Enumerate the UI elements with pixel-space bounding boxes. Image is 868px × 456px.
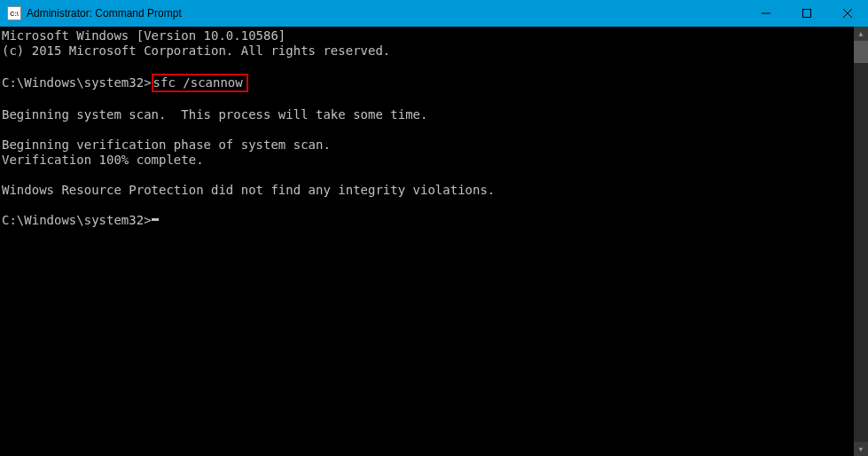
output-line: Microsoft Windows [Version 10.0.10586] [2,28,852,43]
blank-line [2,92,852,107]
maximize-button[interactable] [786,0,827,27]
scroll-down-button[interactable]: ▼ [854,442,868,456]
prompt-path: C:\Windows\system32> [2,213,152,228]
scroll-thumb[interactable] [854,41,868,63]
blank-line [2,122,852,138]
blank-line [2,168,852,183]
output-line: Beginning verification phase of system s… [2,138,852,153]
prompt-path: C:\Windows\system32> [2,75,152,90]
terminal-area: Microsoft Windows [Version 10.0.10586](c… [0,27,868,456]
close-icon [843,9,852,18]
prompt-line: C:\Windows\system32> [2,213,852,228]
window-title: Administrator: Command Prompt [27,7,746,20]
output-line: Beginning system scan. This process will… [2,107,852,122]
typed-command: sfc /scannow [153,75,243,90]
maximize-icon [802,9,811,18]
cmd-icon [7,6,21,20]
blank-line [2,59,852,74]
cursor [152,218,159,221]
svg-rect-1 [803,10,811,18]
vertical-scrollbar[interactable]: ▲ ▼ [854,27,868,456]
scroll-up-button[interactable]: ▲ [854,27,868,41]
close-button[interactable] [827,0,868,27]
command-highlight: sfc /scannow [152,74,248,92]
minimize-icon [762,9,770,18]
command-line: C:\Windows\system32>sfc /scannow [2,74,852,92]
output-line: Verification 100% complete. [2,153,852,168]
blank-line [2,198,852,213]
minimize-button[interactable] [746,0,786,27]
output-line: Windows Resource Protection did not find… [2,183,852,198]
output-line: (c) 2015 Microsoft Corporation. All righ… [2,43,852,59]
window-controls [746,0,868,27]
window-titlebar[interactable]: Administrator: Command Prompt [0,0,868,27]
terminal-output[interactable]: Microsoft Windows [Version 10.0.10586](c… [0,27,854,456]
